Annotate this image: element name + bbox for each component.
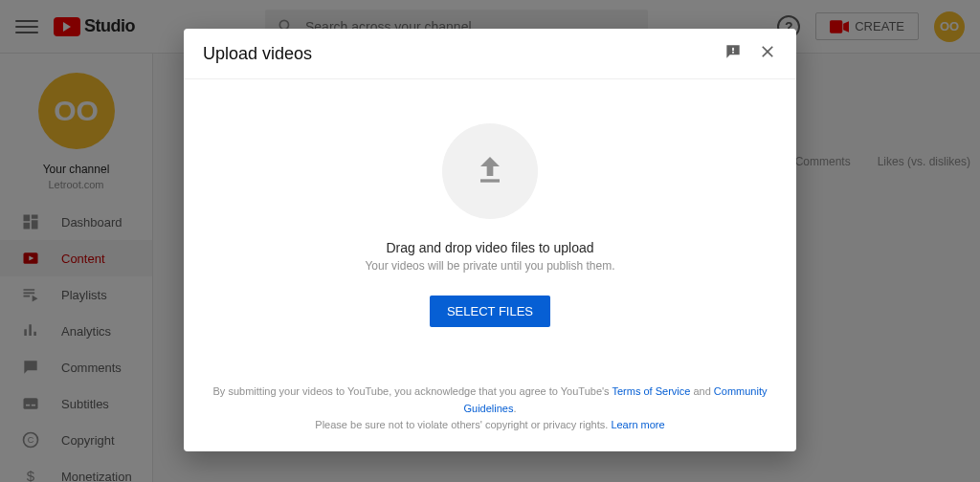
svg-rect-10 [732, 48, 734, 51]
select-files-button[interactable]: SELECT FILES [430, 296, 550, 327]
close-icon[interactable] [758, 42, 777, 65]
svg-rect-11 [732, 52, 734, 54]
svg-rect-12 [480, 179, 500, 182]
upload-icon [442, 123, 538, 219]
legal-dot: . [513, 403, 516, 414]
legal-text-1: By submitting your videos to YouTube, yo… [213, 385, 612, 397]
legal-text-2: Please be sure not to violate others' co… [315, 419, 611, 430]
modal-title: Upload videos [203, 44, 312, 64]
drop-subtitle: Your videos will be private until you pu… [365, 259, 614, 273]
modal-footer: By submitting your videos to YouTube, yo… [184, 370, 796, 451]
modal-overlay[interactable]: Upload videos Drag and drop video files … [0, 0, 980, 482]
tos-link[interactable]: Terms of Service [612, 385, 690, 397]
modal-header: Upload videos [184, 29, 796, 79]
send-feedback-icon[interactable] [724, 42, 743, 65]
legal-and: and [690, 385, 713, 397]
learn-more-link[interactable]: Learn more [611, 419, 664, 430]
upload-modal: Upload videos Drag and drop video files … [184, 29, 796, 451]
drop-title: Drag and drop video files to upload [386, 240, 593, 255]
upload-dropzone[interactable]: Drag and drop video files to upload Your… [184, 79, 796, 370]
